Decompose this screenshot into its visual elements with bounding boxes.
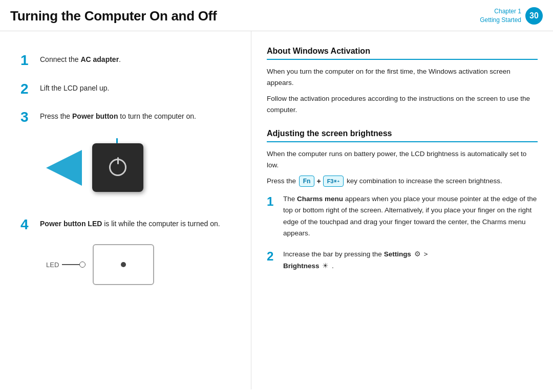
gear-icon: ⚙ [414,248,421,260]
f3-key: F3☀+ [323,176,344,187]
svg-marker-0 [46,150,82,186]
page-badge: 30 [525,7,543,25]
brightness-intro: When the computer runs on battery power,… [267,148,538,171]
main-content: 1 Connect the AC adapter. 2 Lift the LCD… [0,31,553,389]
led-dot [121,262,126,267]
step-3-text: Press the Power button to turn the compu… [40,108,196,122]
charms-menu-bold: Charms menu [297,195,343,203]
step-1-text: Connect the AC adapter. [40,52,121,65]
sub-step-1: 1 The Charms menu appears when you place… [267,193,538,239]
led-illustration: LED [46,244,236,285]
brightness-section: Adjusting the screen brightness When the… [267,129,538,272]
chapter-line2: Getting Started [480,16,521,25]
step-3-bold: Power button [72,112,118,120]
step-2-text: Lift the LCD panel up. [40,80,109,94]
step-2: 2 Lift the LCD panel up. [20,80,236,98]
step-2-number: 2 [20,80,33,98]
sub-step-2-text: Increase the bar by pressing the Setting… [283,248,428,272]
power-button-box [92,143,143,192]
windows-activation-para2: Follow the activation procedures accordi… [267,93,538,116]
step-4-bold: Power button LED [40,220,102,228]
right-column: About Windows Activation When you turn t… [251,31,553,389]
step-1-number: 1 [20,52,33,69]
step-4-text: Power button LED is lit while the comput… [40,216,220,229]
power-icon-circle [109,159,126,176]
settings-bold: Settings [384,250,411,258]
step-3-number: 3 [20,108,33,126]
key-combo-line: Press the Fn + F3☀+ key combination to i… [267,176,538,187]
key-combo: Fn + F3☀+ [299,176,344,187]
step-4: 4 Power button LED is lit while the comp… [20,216,236,233]
chapter-label: Chapter 1 Getting Started [480,7,521,25]
power-button-illustration [46,137,148,204]
step-4-number: 4 [20,216,33,233]
windows-activation-section: About Windows Activation When you turn t… [267,47,538,116]
step-1: 1 Connect the AC adapter. [20,52,236,69]
step-3: 3 Press the Power button to turn the com… [20,108,236,126]
left-column: 1 Connect the AC adapter. 2 Lift the LCD… [0,31,251,389]
sub-step-1-text: The Charms menu appears when you place y… [283,193,538,239]
fn-key: Fn [299,176,315,187]
page-header: Turning the Computer On and Off Chapter … [0,0,553,31]
sub-step-2-number: 2 [267,248,277,264]
led-box [93,244,154,285]
brightness-title: Adjusting the screen brightness [267,129,538,142]
step-1-bold: AC adapter [80,55,119,63]
windows-activation-title: About Windows Activation [267,47,538,60]
plus-symbol: + [316,176,321,187]
sub-step-2: 2 Increase the bar by pressing the Setti… [267,248,538,272]
sun-icon: ☀ [322,260,329,272]
sub-step-1-number: 1 [267,193,277,209]
brightness-bold: Brightness [283,262,320,270]
page-title: Turning the Computer On and Off [10,8,217,24]
chapter-line1: Chapter 1 [480,7,521,16]
blue-arrow-svg [46,147,92,188]
led-label-text: LED [46,261,59,269]
header-right: Chapter 1 Getting Started 30 [480,7,543,25]
windows-activation-para1: When you turn the computer on for the fi… [267,66,538,89]
